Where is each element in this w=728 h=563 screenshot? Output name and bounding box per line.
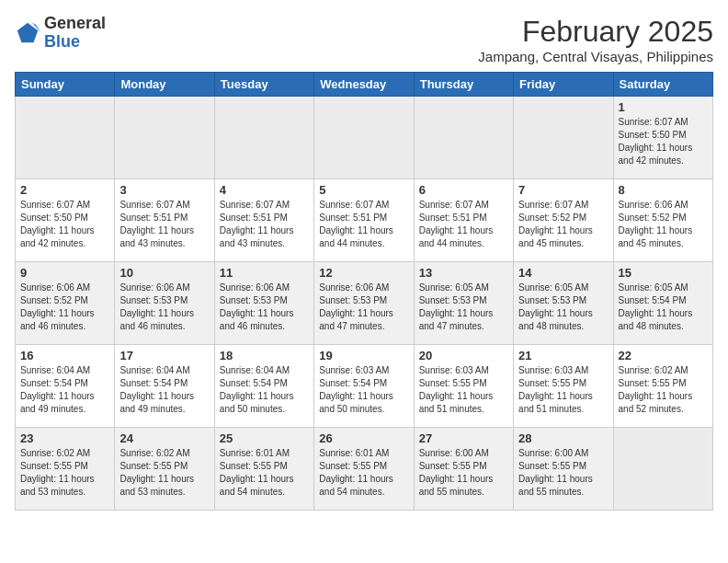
title-block: February 2025 Jampang, Central Visayas, … bbox=[478, 15, 713, 64]
calendar-header-friday: Friday bbox=[514, 73, 613, 97]
calendar-cell: 26Sunrise: 6:01 AM Sunset: 5:55 PM Dayli… bbox=[314, 428, 414, 511]
calendar-week-row: 16Sunrise: 6:04 AM Sunset: 5:54 PM Dayli… bbox=[16, 345, 713, 428]
day-info: Sunrise: 6:02 AM Sunset: 5:55 PM Dayligh… bbox=[619, 364, 708, 416]
calendar-cell: 10Sunrise: 6:06 AM Sunset: 5:53 PM Dayli… bbox=[115, 262, 214, 345]
day-info: Sunrise: 6:04 AM Sunset: 5:54 PM Dayligh… bbox=[119, 364, 209, 416]
calendar-week-row: 1Sunrise: 6:07 AM Sunset: 5:50 PM Daylig… bbox=[16, 97, 713, 179]
day-info: Sunrise: 6:07 AM Sunset: 5:50 PM Dayligh… bbox=[619, 116, 708, 167]
calendar-header-thursday: Thursday bbox=[414, 73, 513, 97]
calendar-cell: 28Sunrise: 6:00 AM Sunset: 5:55 PM Dayli… bbox=[514, 428, 613, 511]
day-number: 15 bbox=[619, 266, 708, 280]
calendar-cell bbox=[414, 97, 513, 179]
calendar-header-wednesday: Wednesday bbox=[314, 73, 414, 97]
calendar-week-row: 2Sunrise: 6:07 AM Sunset: 5:50 PM Daylig… bbox=[16, 179, 713, 262]
calendar-cell bbox=[214, 97, 313, 179]
day-info: Sunrise: 6:01 AM Sunset: 5:55 PM Dayligh… bbox=[220, 447, 309, 499]
calendar-week-row: 9Sunrise: 6:06 AM Sunset: 5:52 PM Daylig… bbox=[16, 262, 713, 345]
logo-general-text: General bbox=[44, 14, 106, 32]
day-number: 26 bbox=[319, 431, 408, 445]
day-info: Sunrise: 6:07 AM Sunset: 5:51 PM Dayligh… bbox=[419, 199, 508, 250]
calendar-cell: 14Sunrise: 6:05 AM Sunset: 5:53 PM Dayli… bbox=[514, 262, 613, 345]
day-info: Sunrise: 6:04 AM Sunset: 5:54 PM Dayligh… bbox=[20, 364, 109, 416]
day-info: Sunrise: 6:06 AM Sunset: 5:52 PM Dayligh… bbox=[619, 199, 708, 250]
calendar-cell: 7Sunrise: 6:07 AM Sunset: 5:52 PM Daylig… bbox=[514, 179, 613, 262]
day-number: 28 bbox=[518, 431, 608, 445]
calendar-header-saturday: Saturday bbox=[613, 73, 712, 97]
day-info: Sunrise: 6:02 AM Sunset: 5:55 PM Dayligh… bbox=[20, 447, 109, 499]
calendar-cell: 19Sunrise: 6:03 AM Sunset: 5:54 PM Dayli… bbox=[314, 345, 414, 428]
day-number: 25 bbox=[220, 431, 309, 445]
calendar-cell: 18Sunrise: 6:04 AM Sunset: 5:54 PM Dayli… bbox=[214, 345, 313, 428]
calendar-cell: 3Sunrise: 6:07 AM Sunset: 5:51 PM Daylig… bbox=[115, 179, 214, 262]
day-number: 12 bbox=[319, 266, 408, 280]
calendar-cell bbox=[115, 97, 214, 179]
calendar-cell: 25Sunrise: 6:01 AM Sunset: 5:55 PM Dayli… bbox=[214, 428, 313, 511]
calendar-cell bbox=[613, 428, 712, 511]
logo: General Blue bbox=[15, 15, 106, 52]
calendar-header-monday: Monday bbox=[115, 73, 214, 97]
day-number: 13 bbox=[419, 266, 508, 280]
calendar-cell: 8Sunrise: 6:06 AM Sunset: 5:52 PM Daylig… bbox=[613, 179, 712, 262]
calendar-cell bbox=[16, 97, 115, 179]
calendar-cell: 20Sunrise: 6:03 AM Sunset: 5:55 PM Dayli… bbox=[414, 345, 513, 428]
calendar-header-sunday: Sunday bbox=[16, 73, 115, 97]
logo-icon bbox=[15, 20, 40, 46]
calendar-cell: 6Sunrise: 6:07 AM Sunset: 5:51 PM Daylig… bbox=[414, 179, 513, 262]
day-number: 27 bbox=[419, 431, 508, 445]
day-number: 6 bbox=[419, 183, 508, 197]
day-info: Sunrise: 6:07 AM Sunset: 5:51 PM Dayligh… bbox=[220, 199, 309, 250]
calendar-cell: 17Sunrise: 6:04 AM Sunset: 5:54 PM Dayli… bbox=[115, 345, 214, 428]
day-number: 14 bbox=[518, 266, 608, 280]
day-number: 21 bbox=[518, 349, 608, 362]
day-number: 23 bbox=[20, 431, 109, 445]
day-info: Sunrise: 6:00 AM Sunset: 5:55 PM Dayligh… bbox=[518, 447, 608, 499]
page-header: General Blue February 2025 Jampang, Cent… bbox=[15, 15, 713, 64]
day-info: Sunrise: 6:06 AM Sunset: 5:53 PM Dayligh… bbox=[119, 282, 209, 333]
calendar-cell: 23Sunrise: 6:02 AM Sunset: 5:55 PM Dayli… bbox=[16, 428, 115, 511]
calendar-cell: 13Sunrise: 6:05 AM Sunset: 5:53 PM Dayli… bbox=[414, 262, 513, 345]
calendar-cell: 15Sunrise: 6:05 AM Sunset: 5:54 PM Dayli… bbox=[613, 262, 712, 345]
day-info: Sunrise: 6:06 AM Sunset: 5:53 PM Dayligh… bbox=[220, 282, 309, 333]
day-number: 4 bbox=[220, 183, 309, 197]
day-info: Sunrise: 6:02 AM Sunset: 5:55 PM Dayligh… bbox=[119, 447, 209, 499]
day-info: Sunrise: 6:03 AM Sunset: 5:55 PM Dayligh… bbox=[419, 364, 508, 416]
day-info: Sunrise: 6:05 AM Sunset: 5:53 PM Dayligh… bbox=[419, 282, 508, 333]
calendar-cell: 12Sunrise: 6:06 AM Sunset: 5:53 PM Dayli… bbox=[314, 262, 414, 345]
calendar-cell: 5Sunrise: 6:07 AM Sunset: 5:51 PM Daylig… bbox=[314, 179, 414, 262]
calendar-cell: 24Sunrise: 6:02 AM Sunset: 5:55 PM Dayli… bbox=[115, 428, 214, 511]
calendar-cell: 16Sunrise: 6:04 AM Sunset: 5:54 PM Dayli… bbox=[16, 345, 115, 428]
day-info: Sunrise: 6:05 AM Sunset: 5:54 PM Dayligh… bbox=[619, 282, 708, 333]
calendar-week-row: 23Sunrise: 6:02 AM Sunset: 5:55 PM Dayli… bbox=[16, 428, 713, 511]
calendar-cell: 2Sunrise: 6:07 AM Sunset: 5:50 PM Daylig… bbox=[16, 179, 115, 262]
day-info: Sunrise: 6:00 AM Sunset: 5:55 PM Dayligh… bbox=[419, 447, 508, 499]
day-number: 17 bbox=[119, 349, 209, 362]
calendar-cell: 11Sunrise: 6:06 AM Sunset: 5:53 PM Dayli… bbox=[214, 262, 313, 345]
day-info: Sunrise: 6:03 AM Sunset: 5:55 PM Dayligh… bbox=[518, 364, 608, 416]
calendar-table: SundayMondayTuesdayWednesdayThursdayFrid… bbox=[15, 72, 713, 511]
calendar-cell: 21Sunrise: 6:03 AM Sunset: 5:55 PM Dayli… bbox=[514, 345, 613, 428]
day-number: 7 bbox=[518, 183, 608, 197]
day-info: Sunrise: 6:07 AM Sunset: 5:50 PM Dayligh… bbox=[20, 199, 109, 250]
day-number: 8 bbox=[619, 183, 708, 197]
day-info: Sunrise: 6:01 AM Sunset: 5:55 PM Dayligh… bbox=[319, 447, 408, 499]
day-info: Sunrise: 6:06 AM Sunset: 5:53 PM Dayligh… bbox=[319, 282, 408, 333]
day-info: Sunrise: 6:07 AM Sunset: 5:51 PM Dayligh… bbox=[119, 199, 209, 250]
day-number: 9 bbox=[20, 266, 109, 280]
day-number: 20 bbox=[419, 349, 508, 362]
calendar-header-row: SundayMondayTuesdayWednesdayThursdayFrid… bbox=[16, 73, 713, 97]
location-subtitle: Jampang, Central Visayas, Philippines bbox=[478, 49, 713, 64]
calendar-cell bbox=[514, 97, 613, 179]
day-info: Sunrise: 6:06 AM Sunset: 5:52 PM Dayligh… bbox=[20, 282, 109, 333]
month-title: February 2025 bbox=[478, 15, 713, 49]
day-info: Sunrise: 6:05 AM Sunset: 5:53 PM Dayligh… bbox=[518, 282, 608, 333]
calendar-cell bbox=[314, 97, 414, 179]
calendar-cell: 9Sunrise: 6:06 AM Sunset: 5:52 PM Daylig… bbox=[16, 262, 115, 345]
day-info: Sunrise: 6:07 AM Sunset: 5:52 PM Dayligh… bbox=[518, 199, 608, 250]
calendar-cell: 27Sunrise: 6:00 AM Sunset: 5:55 PM Dayli… bbox=[414, 428, 513, 511]
day-number: 24 bbox=[119, 431, 209, 445]
day-info: Sunrise: 6:07 AM Sunset: 5:51 PM Dayligh… bbox=[319, 199, 408, 250]
day-info: Sunrise: 6:04 AM Sunset: 5:54 PM Dayligh… bbox=[220, 364, 309, 416]
day-number: 19 bbox=[319, 349, 408, 362]
day-number: 18 bbox=[220, 349, 309, 362]
day-number: 3 bbox=[119, 183, 209, 197]
